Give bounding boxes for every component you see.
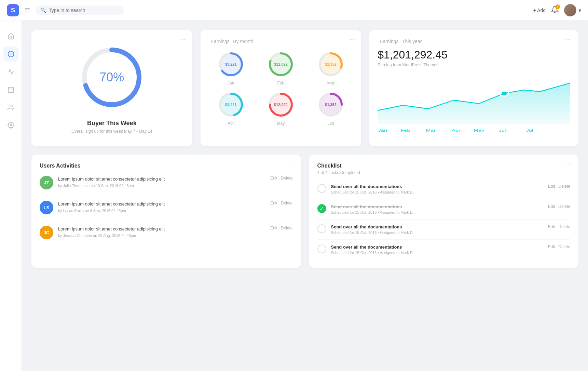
activity-item: LS Lorem ipsum dolor sit amet consectetu… [40,195,293,220]
check-meta: Scheduled for 15 Oct, 2016 • Assigned to… [331,251,543,255]
activities-more[interactable]: ··· [288,161,295,167]
bottom-row: ··· Users Activities JT Lorem ipsum dolo… [31,155,578,268]
check-delete-link[interactable]: Delete [558,204,570,209]
sidebar-item-home[interactable] [3,29,18,44]
month-item: $12,022 Feb [259,51,303,85]
month-item: $1,352 Mar [309,51,353,85]
month-label: Jan [228,81,234,85]
check-meta: Scheduled for 15 Oct, 2016 • Assigned to… [331,210,543,214]
month-item: $1,352 Jun [309,91,353,126]
activity-content: Lorem ipsum dolor sit amet consectetur a… [58,176,265,188]
svg-point-35 [502,92,507,95]
check-edit-link[interactable]: Edit [548,204,555,209]
check-content: Send over all the documentations Schedul… [331,184,543,194]
svg-text:Jun: Jun [499,128,508,133]
user-dropdown[interactable]: ▾ [564,4,581,16]
sidebar [0,21,22,277]
buyer-donut: 70% [78,43,146,111]
sidebar-item-calendar[interactable] [3,82,18,97]
activity-actions: Edit Delete [270,226,292,230]
check-edit-link[interactable]: Edit [548,184,555,189]
check-delete-link[interactable]: Delete [558,184,570,189]
month-donut: $3,221 [217,91,245,118]
buyer-more-menu[interactable]: ··· [179,36,186,42]
dropdown-arrow: ▾ [578,7,581,14]
activity-item: JC Lorem ipsum dolor sit amet consectetu… [40,220,293,245]
topnav: S ☰ 🔍 + Add 3 ▾ [0,0,588,21]
svg-text:Apr: Apr [452,128,461,133]
add-button[interactable]: + Add [533,8,546,13]
svg-text:Mar: Mar [426,128,436,133]
notification-icon[interactable]: 3 [551,6,559,15]
month-label: Jun [327,121,334,126]
month-item: $3,221 Apr [209,91,253,126]
check-circle[interactable] [317,224,326,233]
check-circle[interactable] [317,184,326,193]
month-value: $1,352 [325,62,337,66]
checklist-item: Send over all the documentations Schedul… [317,179,571,199]
notification-badge: 3 [555,4,560,9]
activities-title: Users Activities [40,163,293,169]
earnings-chart: JanFebMarAprMayJunJul [378,73,570,128]
edit-link[interactable]: Edit [270,176,277,181]
check-actions: Edit Delete [548,184,570,189]
sidebar-item-analytics[interactable] [3,64,18,79]
check-circle[interactable] [317,244,326,253]
search-input[interactable] [49,8,117,13]
check-title: Send over all the documentations [331,204,543,209]
check-content: Send over all the documentations Schedul… [331,204,543,214]
buyer-percentage: 70% [99,70,124,84]
hamburger-icon[interactable]: ☰ [25,6,30,14]
checklist-more[interactable]: ··· [566,161,572,167]
earnings-month-card: ··· Earnings By month $3,221 Jan [201,30,361,146]
check-circle[interactable]: ✓ [317,204,326,213]
sidebar-item-earnings[interactable] [3,47,18,62]
month-label: Feb [277,81,285,85]
check-edit-link[interactable]: Edit [548,244,555,249]
earnings-year-description: Earning from WordPress Themes [378,63,570,67]
check-actions: Edit Delete [548,204,570,209]
checklist-title: Checklist [317,163,571,169]
check-title: Send over all the documentations [331,244,543,250]
edit-link[interactable]: Edit [270,201,277,206]
delete-link[interactable]: Delete [281,226,293,230]
check-delete-link[interactable]: Delete [558,224,570,229]
activity-avatar: JC [40,226,53,239]
month-value: $12,022 [274,103,288,107]
earnings-year-more[interactable]: ··· [566,36,572,42]
month-value: $3,221 [225,103,237,107]
edit-link[interactable]: Edit [270,226,277,230]
month-value: $12,022 [274,62,288,66]
check-actions: Edit Delete [548,224,570,229]
buyer-subtitle: Overall sign up for this week May 7 - Ma… [71,129,152,134]
check-delete-link[interactable]: Delete [558,244,570,249]
check-title: Send over all the documentations [331,184,543,189]
svg-point-8 [10,124,12,126]
svg-text:May: May [474,128,484,133]
check-title: Send over all the documentations [331,224,543,229]
month-donut: $3,221 [217,51,245,78]
sidebar-item-settings[interactable] [3,118,18,133]
sidebar-item-users[interactable] [3,100,18,115]
activity-content: Lorem ipsum dolor sit amet consectetur a… [58,226,265,238]
activity-text: Lorem ipsum dolor sit amet consectetur a… [58,176,265,183]
svg-rect-3 [8,87,13,92]
activity-item: JT Lorem ipsum dolor sit amet consectetu… [40,170,293,195]
earnings-month-more[interactable]: ··· [348,36,355,42]
svg-text:Jan: Jan [378,128,387,133]
check-content: Send over all the documentations Schedul… [331,244,543,255]
activity-text: Lorem ipsum dolor sit amet consectetur a… [58,201,265,208]
earnings-year-card: ··· Earnings This year $1,201,292.45 Ear… [369,30,578,146]
activities-card: ··· Users Activities JT Lorem ipsum dolo… [31,155,301,268]
activity-content: Lorem ipsum dolor sit amet consectetur a… [58,201,265,213]
check-edit-link[interactable]: Edit [548,224,555,229]
month-value: $3,221 [225,62,237,66]
activity-meta: by Julie Thompson on 10 Sep, 2016 04:43p… [58,184,265,188]
search-icon: 🔍 [40,8,46,13]
main-content: ··· 70% Buyer This Week Overall sign up … [22,21,588,277]
activity-meta: by Jessica Charlotte on 29 Aug, 2016 04:… [58,234,265,238]
month-value: $1,352 [325,103,337,107]
delete-link[interactable]: Delete [281,176,293,181]
checklist-item: Send over all the documentations Schedul… [317,240,571,260]
delete-link[interactable]: Delete [281,201,293,206]
